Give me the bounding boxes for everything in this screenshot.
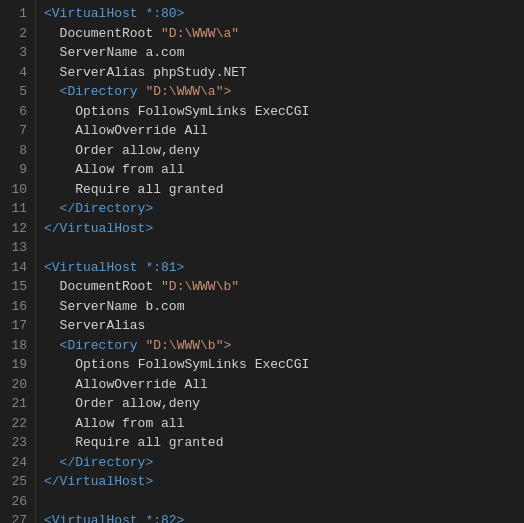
line-number: 8 [4,141,27,161]
code-token: <Directory [44,84,145,99]
code-token: Options [44,357,138,372]
code-line [44,238,516,258]
line-number: 9 [4,160,27,180]
code-token: Allow from [44,416,161,431]
code-line: <Directory "D:\WWW\b"> [44,336,516,356]
line-number: 26 [4,492,27,512]
code-token: </VirtualHost> [44,474,153,489]
line-number: 22 [4,414,27,434]
code-token: Order [44,143,122,158]
code-line: Order allow,deny [44,394,516,414]
code-content[interactable]: <VirtualHost *:80> DocumentRoot "D:\WWW\… [36,0,524,523]
code-line: </VirtualHost> [44,472,516,492]
code-line: DocumentRoot "D:\WWW\b" [44,277,516,297]
line-number: 21 [4,394,27,414]
code-line: <VirtualHost *:80> [44,4,516,24]
code-token: Require all granted [44,182,223,197]
code-line: </VirtualHost> [44,219,516,239]
code-token: </Directory> [44,455,153,470]
code-line: ServerName b.com [44,297,516,317]
line-number: 17 [4,316,27,336]
code-token: All [184,377,207,392]
code-token: Order [44,396,122,411]
code-line: AllowOverride All [44,121,516,141]
code-token: Options [44,104,138,119]
code-token: DocumentRoot [44,279,161,294]
code-line: Order allow,deny [44,141,516,161]
code-token: <VirtualHost *:80> [44,6,184,21]
code-line: </Directory> [44,199,516,219]
code-line: Allow from all [44,414,516,434]
code-token: FollowSymLinks ExecCGI [138,357,310,372]
line-number: 18 [4,336,27,356]
code-token: ServerName [44,299,145,314]
code-token: </Directory> [44,201,153,216]
line-number: 4 [4,63,27,83]
code-line: ServerAlias phpStudy.NET [44,63,516,83]
code-line: <VirtualHost *:82> [44,511,516,523]
line-number: 16 [4,297,27,317]
line-number: 23 [4,433,27,453]
code-line: <Directory "D:\WWW\a"> [44,82,516,102]
line-number: 14 [4,258,27,278]
line-number: 1 [4,4,27,24]
code-token: ServerAlias [44,65,153,80]
code-token: <Directory [44,338,145,353]
code-token: Require all granted [44,435,223,450]
code-token: </VirtualHost> [44,221,153,236]
code-token: AllowOverride [44,377,184,392]
code-line: AllowOverride All [44,375,516,395]
code-token: allow,deny [122,143,200,158]
code-token: "D:\WWW\b" [161,279,239,294]
line-number: 10 [4,180,27,200]
code-token: "D:\WWW\b"> [145,338,231,353]
code-line: Options FollowSymLinks ExecCGI [44,102,516,122]
line-number: 24 [4,453,27,473]
code-token: <VirtualHost *:82> [44,513,184,523]
code-token: FollowSymLinks ExecCGI [138,104,310,119]
line-number: 6 [4,102,27,122]
code-line: Allow from all [44,160,516,180]
code-line: Options FollowSymLinks ExecCGI [44,355,516,375]
code-line: Require all granted [44,433,516,453]
code-token: "D:\WWW\a" [161,26,239,41]
code-token: All [184,123,207,138]
code-line: <VirtualHost *:81> [44,258,516,278]
line-number: 12 [4,219,27,239]
code-token: AllowOverride [44,123,184,138]
code-line: ServerName a.com [44,43,516,63]
line-number: 2 [4,24,27,44]
line-number: 11 [4,199,27,219]
line-number: 5 [4,82,27,102]
code-line [44,492,516,512]
line-number: 27 [4,511,27,523]
code-token: all [161,416,184,431]
code-token: "D:\WWW\a"> [145,84,231,99]
code-token: allow,deny [122,396,200,411]
code-token: <VirtualHost *:81> [44,260,184,275]
line-number: 15 [4,277,27,297]
code-line: </Directory> [44,453,516,473]
code-token: DocumentRoot [44,26,161,41]
line-number: 20 [4,375,27,395]
code-token: ServerAlias [44,318,145,333]
line-numbers: 1234567891011121314151617181920212223242… [0,0,36,523]
code-token: ServerName [44,45,145,60]
line-number: 7 [4,121,27,141]
code-editor: 1234567891011121314151617181920212223242… [0,0,524,523]
line-number: 25 [4,472,27,492]
code-line: DocumentRoot "D:\WWW\a" [44,24,516,44]
line-number: 19 [4,355,27,375]
code-token: Allow from [44,162,161,177]
code-token: a.com [145,45,184,60]
code-token: b.com [145,299,184,314]
code-line: ServerAlias [44,316,516,336]
code-token: all [161,162,184,177]
code-line: Require all granted [44,180,516,200]
line-number: 3 [4,43,27,63]
line-number: 13 [4,238,27,258]
code-token: phpStudy.NET [153,65,247,80]
